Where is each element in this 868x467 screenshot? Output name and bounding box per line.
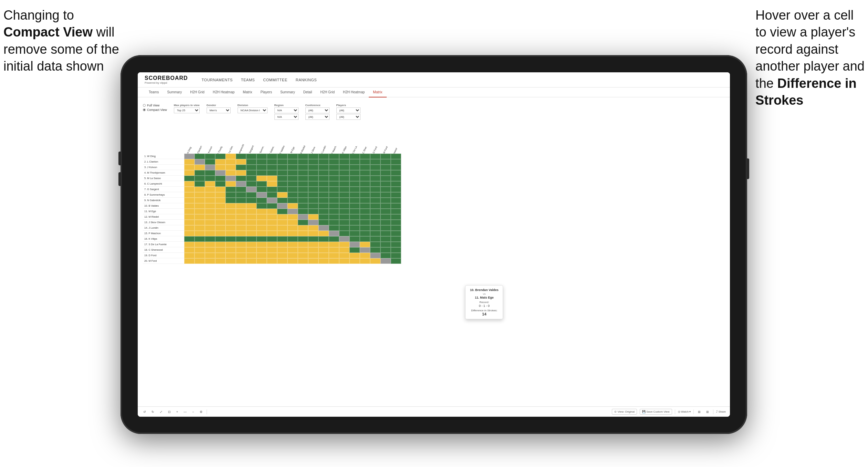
grid-cell-5-16[interactable]: [339, 176, 349, 181]
grid-cell-8-17[interactable]: [349, 192, 360, 198]
grid-cell-17-10[interactable]: [277, 242, 287, 247]
grid-cell-18-18[interactable]: [360, 247, 370, 253]
grid-cell-20-12[interactable]: [298, 258, 308, 264]
grid-cell-19-16[interactable]: [339, 253, 349, 258]
grid-cell-4-13[interactable]: [308, 170, 318, 176]
grid-cell-10-21[interactable]: [391, 203, 401, 209]
grid-cell-3-9[interactable]: [267, 165, 277, 170]
grid-cell-7-8[interactable]: [257, 187, 267, 192]
grid-cell-16-14[interactable]: [318, 236, 329, 242]
grid-cell-8-18[interactable]: [360, 192, 370, 198]
grid-cell-11-6[interactable]: [236, 209, 246, 214]
grid-cell-5-12[interactable]: [298, 176, 308, 181]
grid-cell-9-17[interactable]: [349, 198, 360, 203]
grid-cell-7-15[interactable]: [329, 187, 339, 192]
grid-cell-17-14[interactable]: [318, 242, 329, 247]
grid-cell-7-20[interactable]: [380, 187, 391, 192]
grid-cell-12-10[interactable]: [277, 214, 287, 220]
grid-cell-14-6[interactable]: [236, 225, 246, 231]
grid-cell-20-18[interactable]: [360, 258, 370, 264]
grid-cell-13-3[interactable]: [205, 220, 215, 225]
grid-cell-4-7[interactable]: [246, 170, 257, 176]
grid-cell-11-7[interactable]: [246, 209, 257, 214]
grid-cell-13-14[interactable]: [318, 220, 329, 225]
grid-cell-3-6[interactable]: [236, 165, 246, 170]
grid-cell-8-6[interactable]: [236, 192, 246, 198]
grid-cell-3-21[interactable]: [391, 165, 401, 170]
grid-cell-14-14[interactable]: [318, 225, 329, 231]
grid-cell-13-12[interactable]: [298, 220, 308, 225]
grid-cell-3-17[interactable]: [349, 165, 360, 170]
grid-cell-1-17[interactable]: [349, 154, 360, 159]
grid-cell-2-7[interactable]: [246, 159, 257, 165]
save-custom-button[interactable]: 💾 Save Custom View: [640, 409, 672, 415]
grid-cell-8-14[interactable]: [318, 192, 329, 198]
grid-cell-1-16[interactable]: [339, 154, 349, 159]
grid-cell-3-10[interactable]: [277, 165, 287, 170]
grid-cell-9-4[interactable]: [215, 198, 226, 203]
tab-summary-2[interactable]: Summary: [276, 87, 299, 97]
grid-cell-14-17[interactable]: [349, 225, 360, 231]
tab-matrix-1[interactable]: Matrix: [239, 87, 256, 97]
grid-cell-19-5[interactable]: [226, 253, 236, 258]
grid-cell-17-16[interactable]: [339, 242, 349, 247]
grid-cell-4-17[interactable]: [349, 170, 360, 176]
grid-cell-12-12[interactable]: [298, 214, 308, 220]
grid-cell-12-21[interactable]: [391, 214, 401, 220]
tab-summary[interactable]: Summary: [163, 87, 186, 97]
grid-cell-10-5[interactable]: [226, 203, 236, 209]
grid-cell-19-9[interactable]: [267, 253, 277, 258]
grid-cell-8-21[interactable]: [391, 192, 401, 198]
conference-select-1[interactable]: (All): [305, 107, 330, 113]
grid-cell-11-3[interactable]: [205, 209, 215, 214]
grid-cell-19-3[interactable]: [205, 253, 215, 258]
grid-cell-11-8[interactable]: [257, 209, 267, 214]
grid-cell-17-11[interactable]: [287, 242, 298, 247]
grid-cell-7-12[interactable]: [298, 187, 308, 192]
grid-cell-1-13[interactable]: [308, 154, 318, 159]
grid-cell-16-7[interactable]: [246, 236, 257, 242]
grid-cell-14-10[interactable]: [277, 225, 287, 231]
grid-cell-16-2[interactable]: [195, 236, 205, 242]
grid-cell-17-8[interactable]: [257, 242, 267, 247]
grid-cell-15-3[interactable]: [205, 231, 215, 236]
grid-cell-19-8[interactable]: [257, 253, 267, 258]
grid-cell-2-2[interactable]: [195, 159, 205, 165]
grid-cell-16-5[interactable]: [226, 236, 236, 242]
grid-cell-3-11[interactable]: [287, 165, 298, 170]
grid-cell-9-16[interactable]: [339, 198, 349, 203]
tab-h2h-grid-2[interactable]: H2H Grid: [316, 87, 339, 97]
grid-cell-11-21[interactable]: [391, 209, 401, 214]
grid-cell-4-12[interactable]: [298, 170, 308, 176]
grid-cell-13-6[interactable]: [236, 220, 246, 225]
grid-cell-5-5[interactable]: [226, 176, 236, 181]
grid-cell-14-1[interactable]: [184, 225, 195, 231]
grid-cell-5-11[interactable]: [287, 176, 298, 181]
grid-cell-4-2[interactable]: [195, 170, 205, 176]
grid-cell-11-9[interactable]: [267, 209, 277, 214]
grid-cell-8-20[interactable]: [380, 192, 391, 198]
grid-cell-2-5[interactable]: [226, 159, 236, 165]
grid-cell-13-9[interactable]: [267, 220, 277, 225]
grid-cell-18-5[interactable]: [226, 247, 236, 253]
grid-cell-15-4[interactable]: [215, 231, 226, 236]
grid-cell-4-3[interactable]: [205, 170, 215, 176]
grid-cell-1-20[interactable]: [380, 154, 391, 159]
grid-cell-2-15[interactable]: [329, 159, 339, 165]
grid-cell-2-12[interactable]: [298, 159, 308, 165]
grid-cell-12-14[interactable]: [318, 214, 329, 220]
grid-cell-2-17[interactable]: [349, 159, 360, 165]
grid-cell-5-17[interactable]: [349, 176, 360, 181]
grid-cell-20-17[interactable]: [349, 258, 360, 264]
grid-cell-4-16[interactable]: [339, 170, 349, 176]
tab-h2h-grid[interactable]: H2H Grid: [186, 87, 209, 97]
grid-cell-14-21[interactable]: [391, 225, 401, 231]
grid-cell-12-5[interactable]: [226, 214, 236, 220]
gender-select[interactable]: Men's: [207, 107, 231, 113]
grid-cell-1-3[interactable]: [205, 154, 215, 159]
grid-cell-13-18[interactable]: [360, 220, 370, 225]
grid-cell-1-21[interactable]: [391, 154, 401, 159]
grid-cell-19-21[interactable]: [391, 253, 401, 258]
grid-cell-16-19[interactable]: [370, 236, 380, 242]
grid-cell-6-10[interactable]: [277, 181, 287, 187]
